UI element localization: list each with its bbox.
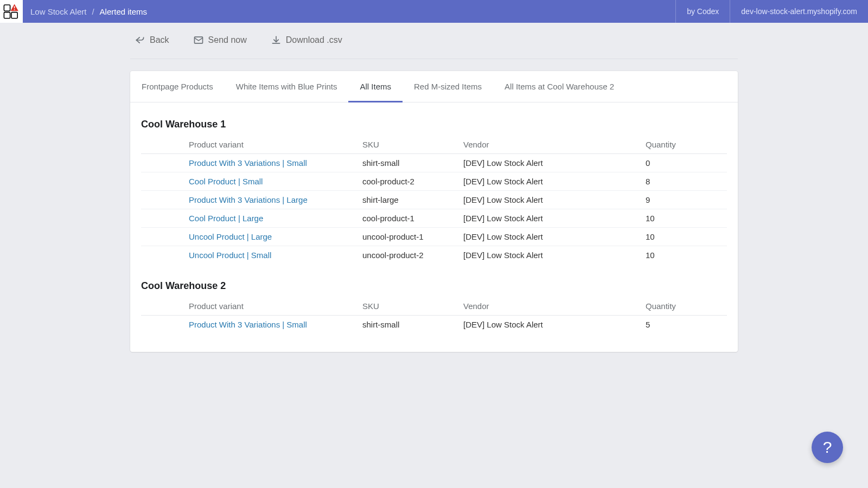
inventory-group: Cool Warehouse 1Product variantSKUVendor…: [130, 102, 738, 264]
product-variant-link[interactable]: Uncool Product | Large: [189, 232, 272, 241]
product-variant-link[interactable]: Cool Product | Large: [189, 214, 263, 223]
quantity-cell: 5: [646, 316, 727, 334]
product-variant-link[interactable]: Product With 3 Variations | Small: [189, 320, 307, 329]
variant-cell: Uncool Product | Small: [189, 246, 362, 265]
quantity-cell: 9: [646, 191, 727, 209]
content-card: Frontpage ProductsWhite Items with Blue …: [130, 71, 738, 352]
vendor-cell: [DEV] Low Stock Alert: [463, 172, 646, 191]
sku-cell: shirt-large: [362, 191, 463, 209]
vendor-cell: [DEV] Low Stock Alert: [463, 228, 646, 246]
product-thumb-cell: [141, 316, 189, 334]
mail-icon: [193, 35, 204, 46]
variant-cell: Uncool Product | Large: [189, 228, 362, 246]
table-row: Product With 3 Variations | Smallshirt-s…: [141, 154, 727, 172]
send-now-button[interactable]: Send now: [193, 35, 247, 46]
column-header: Vendor: [463, 297, 646, 316]
vendor-cell: [DEV] Low Stock Alert: [463, 209, 646, 228]
svg-rect-1: [4, 12, 10, 18]
product-variant-link[interactable]: Uncool Product | Small: [189, 251, 271, 260]
download-csv-button[interactable]: Download .csv: [271, 35, 342, 46]
topbar-right: by Codex dev-low-stock-alert.myshopify.c…: [675, 0, 868, 23]
product-variant-link[interactable]: Product With 3 Variations | Small: [189, 158, 307, 168]
column-header: Quantity: [646, 136, 727, 154]
group-title: Cool Warehouse 1: [141, 102, 727, 136]
column-header: [141, 297, 189, 316]
column-header: SKU: [362, 136, 463, 154]
sku-cell: shirt-small: [362, 316, 463, 334]
product-thumb-cell: [141, 154, 189, 172]
vendor-cell: [DEV] Low Stock Alert: [463, 316, 646, 334]
breadcrumb-parent[interactable]: Low Stock Alert: [30, 7, 86, 16]
svg-rect-4: [14, 9, 15, 10]
variant-cell: Cool Product | Large: [189, 209, 362, 228]
sku-cell: uncool-product-1: [362, 228, 463, 246]
vendor-cell: [DEV] Low Stock Alert: [463, 154, 646, 172]
group-title: Cool Warehouse 2: [141, 264, 727, 297]
product-thumb-cell: [141, 246, 189, 265]
column-header: [141, 136, 189, 154]
download-csv-label: Download .csv: [286, 35, 342, 45]
tab-all-items[interactable]: All Items: [348, 71, 403, 102]
table-row: Cool Product | Smallcool-product-2[DEV] …: [141, 172, 727, 191]
table-row: Cool Product | Largecool-product-1[DEV] …: [141, 209, 727, 228]
quantity-cell: 10: [646, 209, 727, 228]
product-thumb-cell: [141, 209, 189, 228]
quantity-cell: 0: [646, 154, 727, 172]
variant-cell: Product With 3 Variations | Large: [189, 191, 362, 209]
by-codex-link[interactable]: by Codex: [675, 0, 730, 23]
back-button[interactable]: Back: [135, 35, 169, 46]
variant-cell: Cool Product | Small: [189, 172, 362, 191]
action-bar: Back Send now Download .csv: [130, 35, 738, 59]
breadcrumb: Low Stock Alert / Alerted items: [23, 7, 675, 16]
tab-all-items-at-cool-warehouse-2[interactable]: All Items at Cool Warehouse 2: [493, 71, 626, 102]
sku-cell: shirt-small: [362, 154, 463, 172]
product-thumb-cell: [141, 191, 189, 209]
breadcrumb-current: Alerted items: [100, 7, 148, 16]
topbar: Low Stock Alert / Alerted items by Codex…: [0, 0, 868, 23]
column-header: Quantity: [646, 297, 727, 316]
quantity-cell: 10: [646, 246, 727, 265]
quantity-cell: 10: [646, 228, 727, 246]
variant-cell: Product With 3 Variations | Small: [189, 154, 362, 172]
page: Back Send now Download .csv Frontpage Pr…: [130, 23, 738, 352]
inventory-table: Product variantSKUVendorQuantityProduct …: [141, 136, 727, 264]
download-icon: [271, 35, 282, 46]
svg-rect-0: [4, 5, 10, 11]
breadcrumb-separator: /: [92, 7, 94, 16]
vendor-cell: [DEV] Low Stock Alert: [463, 191, 646, 209]
shop-domain-link[interactable]: dev-low-stock-alert.myshopify.com: [730, 0, 868, 23]
product-thumb-cell: [141, 228, 189, 246]
table-row: Product With 3 Variations | Largeshirt-l…: [141, 191, 727, 209]
quantity-cell: 8: [646, 172, 727, 191]
svg-rect-2: [11, 12, 17, 18]
column-header: Product variant: [189, 297, 362, 316]
back-arrow-icon: [135, 35, 145, 46]
low-stock-alert-icon: [3, 3, 20, 20]
column-header: Vendor: [463, 136, 646, 154]
product-variant-link[interactable]: Cool Product | Small: [189, 177, 263, 186]
product-variant-link[interactable]: Product With 3 Variations | Large: [189, 195, 308, 204]
svg-rect-3: [14, 6, 15, 8]
vendor-cell: [DEV] Low Stock Alert: [463, 246, 646, 265]
back-label: Back: [150, 35, 169, 45]
inventory-table: Product variantSKUVendorQuantityProduct …: [141, 297, 727, 333]
tab-bar: Frontpage ProductsWhite Items with Blue …: [130, 71, 738, 102]
inventory-group: Cool Warehouse 2Product variantSKUVendor…: [130, 264, 738, 333]
product-thumb-cell: [141, 172, 189, 191]
column-header: SKU: [362, 297, 463, 316]
tab-white-items-with-blue-prints[interactable]: White Items with Blue Prints: [225, 71, 349, 102]
help-icon: ?: [823, 438, 832, 457]
tab-frontpage-products[interactable]: Frontpage Products: [130, 71, 225, 102]
help-button[interactable]: ?: [812, 432, 843, 463]
table-row: Product With 3 Variations | Smallshirt-s…: [141, 316, 727, 334]
send-now-label: Send now: [208, 35, 247, 45]
table-row: Uncool Product | Smalluncool-product-2[D…: [141, 246, 727, 265]
tab-red-m-sized-items[interactable]: Red M-sized Items: [403, 71, 493, 102]
table-row: Uncool Product | Largeuncool-product-1[D…: [141, 228, 727, 246]
variant-cell: Product With 3 Variations | Small: [189, 316, 362, 334]
sku-cell: cool-product-2: [362, 172, 463, 191]
column-header: Product variant: [189, 136, 362, 154]
sku-cell: cool-product-1: [362, 209, 463, 228]
sku-cell: uncool-product-2: [362, 246, 463, 265]
app-logo: [0, 0, 23, 23]
